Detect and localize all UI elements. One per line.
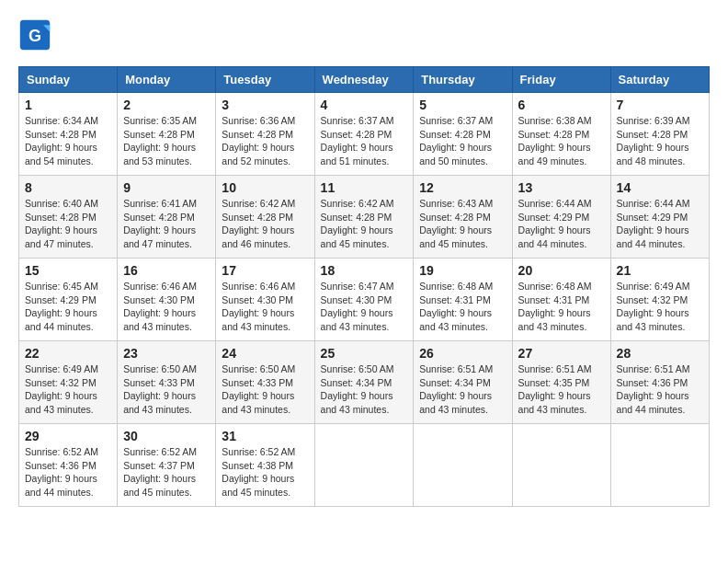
calendar-cell: 9Sunrise: 6:41 AMSunset: 4:28 PMDaylight… — [118, 176, 216, 259]
calendar-cell: 20Sunrise: 6:48 AMSunset: 4:31 PMDayligh… — [512, 259, 610, 341]
day-number: 23 — [123, 346, 210, 361]
day-number: 22 — [25, 346, 111, 361]
calendar-cell: 14Sunrise: 6:44 AMSunset: 4:29 PMDayligh… — [610, 176, 709, 259]
day-number: 19 — [419, 263, 506, 278]
day-info: Sunrise: 6:50 AMSunset: 4:33 PMDaylight:… — [123, 362, 210, 417]
day-number: 1 — [25, 98, 111, 112]
calendar-cell: 1Sunrise: 6:34 AMSunset: 4:28 PMDaylight… — [19, 93, 118, 176]
calendar-cell: 8Sunrise: 6:40 AMSunset: 4:28 PMDaylight… — [19, 176, 118, 259]
day-info: Sunrise: 6:48 AMSunset: 4:31 PMDaylight:… — [518, 280, 605, 334]
header-sunday: Sunday — [19, 67, 118, 93]
day-number: 12 — [419, 180, 506, 195]
calendar-week-3: 15Sunrise: 6:45 AMSunset: 4:29 PMDayligh… — [19, 259, 710, 341]
day-number: 30 — [123, 429, 210, 443]
header-tuesday: Tuesday — [216, 67, 314, 93]
day-number: 6 — [518, 98, 605, 112]
day-info: Sunrise: 6:45 AMSunset: 4:29 PMDaylight:… — [25, 280, 111, 334]
day-info: Sunrise: 6:37 AMSunset: 4:28 PMDaylight:… — [321, 114, 408, 168]
calendar-cell: 16Sunrise: 6:46 AMSunset: 4:30 PMDayligh… — [118, 259, 216, 341]
day-info: Sunrise: 6:50 AMSunset: 4:33 PMDaylight:… — [222, 362, 308, 417]
day-info: Sunrise: 6:51 AMSunset: 4:34 PMDaylight:… — [419, 362, 506, 417]
day-number: 21 — [617, 263, 703, 278]
calendar-week-4: 22Sunrise: 6:49 AMSunset: 4:32 PMDayligh… — [19, 341, 710, 424]
day-info: Sunrise: 6:43 AMSunset: 4:28 PMDaylight:… — [419, 197, 506, 251]
day-number: 15 — [25, 263, 111, 278]
day-info: Sunrise: 6:34 AMSunset: 4:28 PMDaylight:… — [25, 114, 111, 168]
calendar-cell — [314, 424, 414, 507]
calendar-cell: 11Sunrise: 6:42 AMSunset: 4:28 PMDayligh… — [314, 176, 414, 259]
day-number: 25 — [321, 346, 408, 361]
day-info: Sunrise: 6:47 AMSunset: 4:30 PMDaylight:… — [321, 280, 408, 334]
calendar-cell: 24Sunrise: 6:50 AMSunset: 4:33 PMDayligh… — [216, 341, 314, 424]
day-info: Sunrise: 6:49 AMSunset: 4:32 PMDaylight:… — [617, 280, 703, 334]
day-info: Sunrise: 6:52 AMSunset: 4:37 PMDaylight:… — [123, 445, 210, 500]
day-number: 24 — [222, 346, 308, 361]
day-number: 11 — [321, 180, 408, 195]
calendar-cell: 25Sunrise: 6:50 AMSunset: 4:34 PMDayligh… — [314, 341, 414, 424]
calendar-cell: 4Sunrise: 6:37 AMSunset: 4:28 PMDaylight… — [314, 93, 414, 176]
day-info: Sunrise: 6:42 AMSunset: 4:28 PMDaylight:… — [321, 197, 408, 251]
calendar-cell: 2Sunrise: 6:35 AMSunset: 4:28 PMDaylight… — [118, 93, 216, 176]
day-number: 27 — [518, 346, 605, 361]
day-number: 3 — [222, 98, 308, 112]
day-number: 4 — [321, 98, 408, 112]
day-info: Sunrise: 6:42 AMSunset: 4:28 PMDaylight:… — [222, 197, 308, 251]
logo: G — [18, 18, 55, 52]
day-info: Sunrise: 6:41 AMSunset: 4:28 PMDaylight:… — [123, 197, 210, 251]
header-saturday: Saturday — [610, 67, 709, 93]
calendar-cell: 6Sunrise: 6:38 AMSunset: 4:28 PMDaylight… — [512, 93, 610, 176]
day-info: Sunrise: 6:50 AMSunset: 4:34 PMDaylight:… — [321, 362, 408, 417]
calendar-cell: 29Sunrise: 6:52 AMSunset: 4:36 PMDayligh… — [19, 424, 118, 507]
calendar-cell: 26Sunrise: 6:51 AMSunset: 4:34 PMDayligh… — [414, 341, 512, 424]
calendar-cell — [512, 424, 610, 507]
calendar-cell: 18Sunrise: 6:47 AMSunset: 4:30 PMDayligh… — [314, 259, 414, 341]
calendar-cell: 19Sunrise: 6:48 AMSunset: 4:31 PMDayligh… — [414, 259, 512, 341]
day-info: Sunrise: 6:35 AMSunset: 4:28 PMDaylight:… — [123, 114, 210, 168]
day-number: 17 — [222, 263, 308, 278]
calendar-cell: 27Sunrise: 6:51 AMSunset: 4:35 PMDayligh… — [512, 341, 610, 424]
calendar-cell: 21Sunrise: 6:49 AMSunset: 4:32 PMDayligh… — [610, 259, 709, 341]
header-friday: Friday — [512, 67, 610, 93]
day-info: Sunrise: 6:40 AMSunset: 4:28 PMDaylight:… — [25, 197, 111, 251]
day-number: 2 — [123, 98, 210, 112]
calendar-cell: 22Sunrise: 6:49 AMSunset: 4:32 PMDayligh… — [19, 341, 118, 424]
calendar-cell: 5Sunrise: 6:37 AMSunset: 4:28 PMDaylight… — [414, 93, 512, 176]
day-info: Sunrise: 6:52 AMSunset: 4:38 PMDaylight:… — [222, 445, 308, 500]
day-number: 29 — [25, 429, 111, 443]
day-info: Sunrise: 6:51 AMSunset: 4:36 PMDaylight:… — [617, 362, 703, 417]
day-number: 18 — [321, 263, 408, 278]
calendar-cell: 28Sunrise: 6:51 AMSunset: 4:36 PMDayligh… — [610, 341, 709, 424]
calendar-cell: 31Sunrise: 6:52 AMSunset: 4:38 PMDayligh… — [216, 424, 314, 507]
day-number: 31 — [222, 429, 308, 443]
calendar-week-2: 8Sunrise: 6:40 AMSunset: 4:28 PMDaylight… — [19, 176, 710, 259]
svg-text:G: G — [28, 27, 41, 45]
day-number: 26 — [419, 346, 506, 361]
logo-icon: G — [18, 18, 51, 52]
calendar-cell: 30Sunrise: 6:52 AMSunset: 4:37 PMDayligh… — [118, 424, 216, 507]
day-info: Sunrise: 6:44 AMSunset: 4:29 PMDaylight:… — [617, 197, 703, 251]
day-number: 5 — [419, 98, 506, 112]
page-header: G — [18, 18, 710, 52]
day-info: Sunrise: 6:39 AMSunset: 4:28 PMDaylight:… — [617, 114, 703, 168]
day-info: Sunrise: 6:49 AMSunset: 4:32 PMDaylight:… — [25, 362, 111, 417]
calendar-cell — [610, 424, 709, 507]
day-number: 28 — [617, 346, 703, 361]
header-wednesday: Wednesday — [314, 67, 414, 93]
day-info: Sunrise: 6:46 AMSunset: 4:30 PMDaylight:… — [123, 280, 210, 334]
calendar-header-row: SundayMondayTuesdayWednesdayThursdayFrid… — [19, 67, 710, 93]
day-number: 9 — [123, 180, 210, 195]
day-number: 8 — [25, 180, 111, 195]
calendar-cell: 23Sunrise: 6:50 AMSunset: 4:33 PMDayligh… — [118, 341, 216, 424]
day-info: Sunrise: 6:48 AMSunset: 4:31 PMDaylight:… — [419, 280, 506, 334]
calendar-cell: 17Sunrise: 6:46 AMSunset: 4:30 PMDayligh… — [216, 259, 314, 341]
day-number: 14 — [617, 180, 703, 195]
day-number: 16 — [123, 263, 210, 278]
header-monday: Monday — [118, 67, 216, 93]
calendar-cell: 10Sunrise: 6:42 AMSunset: 4:28 PMDayligh… — [216, 176, 314, 259]
day-info: Sunrise: 6:46 AMSunset: 4:30 PMDaylight:… — [222, 280, 308, 334]
day-info: Sunrise: 6:44 AMSunset: 4:29 PMDaylight:… — [518, 197, 605, 251]
calendar-week-1: 1Sunrise: 6:34 AMSunset: 4:28 PMDaylight… — [19, 93, 710, 176]
day-info: Sunrise: 6:38 AMSunset: 4:28 PMDaylight:… — [518, 114, 605, 168]
calendar-cell: 13Sunrise: 6:44 AMSunset: 4:29 PMDayligh… — [512, 176, 610, 259]
day-info: Sunrise: 6:52 AMSunset: 4:36 PMDaylight:… — [25, 445, 111, 500]
